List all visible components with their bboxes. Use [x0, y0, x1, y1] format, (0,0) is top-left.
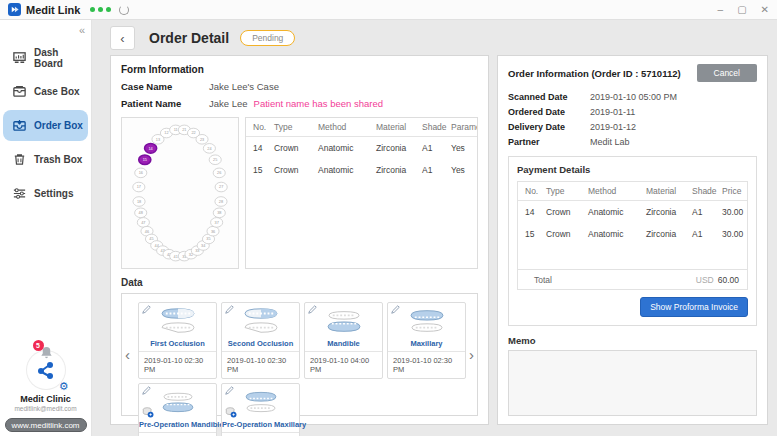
scan-name: Pre-Operation Mandible	[139, 420, 216, 432]
minimize-button[interactable]: –	[718, 5, 724, 15]
svg-text:12: 12	[164, 131, 168, 135]
edit-pencil-icon[interactable]	[391, 305, 400, 314]
scan-card[interactable]: Pre-Operation Mandible 2019-01-10 05:00 …	[138, 383, 217, 436]
sidebar-item-dashboard[interactable]: Dash Board	[3, 42, 88, 73]
patient-name-value: Jake Lee	[209, 98, 248, 109]
sidebar-item-label: Order Box	[34, 120, 83, 131]
patient-name-row: Patient Name Jake Lee Patient name has b…	[121, 98, 478, 109]
occlusion-thumbnail	[157, 306, 199, 336]
pre-op-source-icon	[225, 406, 237, 418]
order-status-badge: Pending	[240, 30, 295, 46]
page-title: Order Detail	[149, 30, 229, 46]
data-section-title: Data	[121, 277, 478, 288]
payment-details-title: Payment Details	[517, 164, 748, 175]
notification-count-badge: 5	[33, 340, 44, 351]
scan-date: 2019-01-10 05:00 PM	[139, 432, 216, 436]
sidebar-item-label: Case Box	[34, 86, 80, 97]
sidebar-item-label: Dash Board	[34, 47, 88, 69]
sidebar-item-settings[interactable]: Settings	[3, 178, 88, 209]
avatar[interactable]: ⚙ 5	[27, 351, 65, 389]
form-information-title: Form Information	[121, 64, 478, 75]
table-row: 14 Crown Anatomic Zirconia A1 30.00	[518, 201, 747, 223]
scan-date: 2019-01-10 04:00 PM	[305, 351, 382, 378]
close-button[interactable]: ✕	[761, 5, 769, 15]
case-name-value: Jake Lee's Case	[209, 81, 279, 92]
order-field-row: Partner Medit Lab	[508, 134, 757, 149]
cancel-button[interactable]: Cancel	[697, 64, 757, 82]
carousel-left-icon[interactable]: ‹	[125, 348, 130, 362]
currency-label: USD	[696, 275, 714, 285]
app-title: Medit Link	[26, 4, 80, 16]
edit-pencil-icon[interactable]	[142, 386, 151, 395]
svg-text:35: 35	[206, 237, 210, 241]
edit-pencil-icon[interactable]	[225, 305, 234, 314]
patient-name-label: Patient Name	[121, 98, 209, 109]
connection-status-dots-icon	[90, 7, 111, 12]
scan-date: 2019-01-10 02:30 PM	[139, 351, 216, 378]
scan-card[interactable]: Pre-Operation Maxillary 2019-01-10 04:30…	[221, 383, 300, 436]
payment-table: No. Type Method Material Shade Price 14	[517, 181, 748, 290]
scan-name: Pre-Operation Maxillary	[222, 420, 299, 432]
prescription-table: No. Type Method Material Shade Parameter…	[245, 117, 478, 269]
main-content: ‹ Order Detail Pending Form Information …	[92, 20, 777, 436]
sidebar-collapse-icon[interactable]: «	[79, 24, 85, 36]
table-row: 15 Crown Anatomic Zirconia A1 Yes	[246, 159, 477, 181]
scan-card[interactable]: Mandible 2019-01-10 04:00 PM	[304, 302, 383, 379]
svg-text:48: 48	[139, 211, 143, 215]
svg-text:45: 45	[149, 237, 153, 241]
svg-text:37: 37	[215, 221, 219, 225]
website-link-button[interactable]: www.meditlink.com	[5, 418, 87, 432]
account-profile: ⚙ 5 Medit Clinic meditlink@medit.com www…	[0, 351, 91, 432]
svg-text:36: 36	[211, 230, 215, 234]
sidebar-item-case-box[interactable]: Case Box	[3, 76, 88, 107]
svg-text:33: 33	[195, 249, 199, 253]
table-row: 15 Crown Anatomic Zirconia A1 30.00	[518, 223, 747, 245]
svg-text:23: 23	[200, 138, 204, 142]
scan-card[interactable]: Maxillary 2019-01-10 02:30 PM	[387, 302, 466, 379]
app-window: Medit Link – ▢ ✕ « Dash Board Case Box	[0, 0, 777, 436]
total-value: 60.00	[718, 275, 739, 285]
scan-name: First Occlusion	[139, 339, 216, 351]
svg-text:25: 25	[213, 158, 217, 162]
maxillary-thumbnail	[406, 306, 448, 336]
svg-text:16: 16	[139, 171, 143, 175]
sidebar-item-trash-box[interactable]: Trash Box	[3, 144, 88, 175]
order-box-icon	[12, 118, 27, 133]
scan-name: Maxillary	[388, 339, 465, 351]
carousel-right-icon[interactable]: ›	[469, 348, 474, 362]
scan-card[interactable]: Second Occlusion 2019-01-10 02:30 PM	[221, 302, 300, 379]
order-information-panel: Order Information (Order ID : 5710112) C…	[497, 55, 768, 425]
mandible-thumbnail	[323, 306, 365, 336]
payment-table-header: No. Type Method Material Shade Price	[518, 182, 747, 201]
edit-pencil-icon[interactable]	[225, 386, 234, 395]
order-information-title: Order Information (Order ID : 5710112)	[508, 68, 681, 79]
svg-text:26: 26	[217, 171, 221, 175]
total-label: Total	[534, 275, 552, 285]
page-header: ‹ Order Detail Pending	[110, 24, 768, 52]
mandible-thumbnail	[159, 388, 197, 416]
sidebar-item-label: Settings	[34, 188, 73, 199]
maximize-button[interactable]: ▢	[737, 5, 746, 15]
notification-bell-icon[interactable]: 5	[39, 345, 54, 364]
back-button[interactable]: ‹	[110, 26, 135, 50]
patient-shared-notice: Patient name has been shared	[254, 98, 383, 109]
svg-text:28: 28	[219, 200, 223, 204]
sidebar-item-order-box[interactable]: Order Box	[3, 110, 88, 141]
case-box-icon	[12, 84, 27, 99]
show-proforma-invoice-button[interactable]: Show Proforma Invoice	[640, 297, 748, 317]
table-row: 14 Crown Anatomic Zirconia A1 Yes	[246, 137, 477, 159]
maxillary-thumbnail	[242, 388, 280, 416]
svg-text:47: 47	[141, 221, 145, 225]
edit-pencil-icon[interactable]	[308, 305, 317, 314]
svg-text:21: 21	[182, 128, 186, 132]
order-field-row: Delivery Date 2019-01-12	[508, 119, 757, 134]
scan-card[interactable]: First Occlusion 2019-01-10 02:30 PM	[138, 302, 217, 379]
settings-icon	[12, 186, 27, 201]
profile-settings-gear-icon[interactable]: ⚙	[59, 381, 69, 392]
svg-text:13: 13	[156, 138, 160, 142]
occlusion-thumbnail	[240, 306, 282, 336]
case-name-label: Case Name	[121, 81, 209, 92]
clinic-name: Medit Clinic	[0, 394, 91, 404]
memo-label: Memo	[508, 335, 757, 346]
edit-pencil-icon[interactable]	[142, 305, 151, 314]
